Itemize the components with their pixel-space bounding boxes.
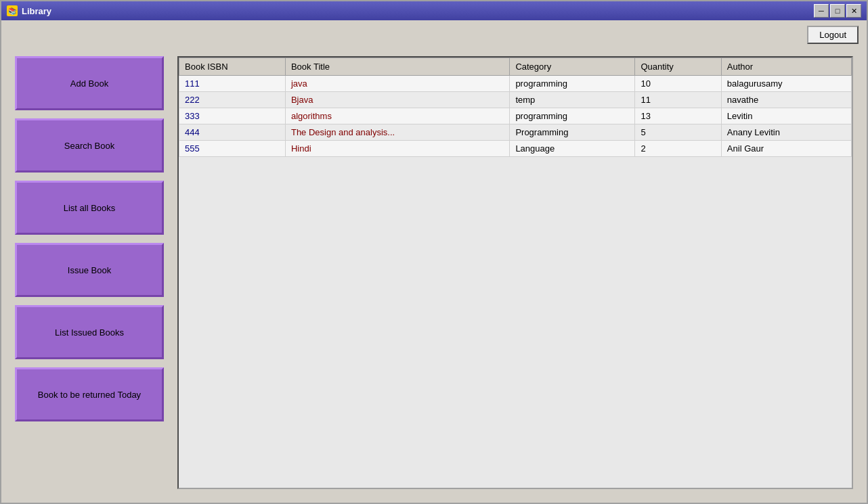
col-title: Book Title xyxy=(285,58,509,76)
table-row[interactable]: 333algorithmsprogramming13Levitin xyxy=(179,108,852,124)
cell-quantity: 13 xyxy=(635,108,721,124)
table-header-row: Book ISBN Book Title Category Quantity A… xyxy=(179,58,852,76)
add-book-button[interactable]: Add Book xyxy=(15,56,164,110)
cell-category: programming xyxy=(510,76,635,92)
cell-title: java xyxy=(285,76,509,92)
cell-author: Levitin xyxy=(721,108,851,124)
main-area: Add Book Search Book List all Books Issu… xyxy=(1,49,867,503)
search-book-button[interactable]: Search Book xyxy=(15,118,164,173)
cell-title: algorithms xyxy=(285,108,509,124)
table-row[interactable]: 222Bjavatemp11navathe xyxy=(179,92,852,108)
table-row[interactable]: 444The Design and analysis...Programming… xyxy=(179,124,852,141)
cell-title: Bjava xyxy=(285,92,509,108)
cell-isbn: 333 xyxy=(179,108,286,124)
close-button[interactable]: ✕ xyxy=(846,4,861,18)
list-issued-books-button[interactable]: List Issued Books xyxy=(15,305,164,359)
cell-category: programming xyxy=(510,108,635,124)
col-category: Category xyxy=(510,58,635,76)
content-area: Logout Add Book Search Book List all Boo… xyxy=(1,20,867,503)
books-table: Book ISBN Book Title Category Quantity A… xyxy=(179,58,852,157)
cell-isbn: 222 xyxy=(179,92,286,108)
cell-title: The Design and analysis... xyxy=(285,124,509,141)
cell-isbn: 111 xyxy=(179,76,286,92)
books-table-container[interactable]: Book ISBN Book Title Category Quantity A… xyxy=(177,56,853,489)
cell-quantity: 11 xyxy=(635,92,721,108)
cell-isbn: 555 xyxy=(179,141,286,157)
cell-author: balagurusamy xyxy=(721,76,851,92)
logout-button[interactable]: Logout xyxy=(807,26,859,44)
app-icon: 📚 xyxy=(7,5,18,16)
book-return-today-button[interactable]: Book to be returned Today xyxy=(15,367,164,421)
window-title: Library xyxy=(22,6,814,16)
title-bar: 📚 Library ─ □ ✕ xyxy=(1,1,867,20)
cell-category: temp xyxy=(510,92,635,108)
col-quantity: Quantity xyxy=(635,58,721,76)
table-row[interactable]: 555HindiLanguage2Anil Gaur xyxy=(179,141,852,157)
cell-category: Language xyxy=(510,141,635,157)
top-bar: Logout xyxy=(1,20,867,49)
cell-category: Programming xyxy=(510,124,635,141)
cell-isbn: 444 xyxy=(179,124,286,141)
cell-author: Anil Gaur xyxy=(721,141,851,157)
cell-quantity: 10 xyxy=(635,76,721,92)
cell-author: Anany Levitin xyxy=(721,124,851,141)
list-all-books-button[interactable]: List all Books xyxy=(15,181,164,235)
sidebar: Add Book Search Book List all Books Issu… xyxy=(15,49,164,489)
issue-book-button[interactable]: Issue Book xyxy=(15,243,164,297)
cell-quantity: 5 xyxy=(635,124,721,141)
cell-quantity: 2 xyxy=(635,141,721,157)
col-isbn: Book ISBN xyxy=(179,58,286,76)
cell-title: Hindi xyxy=(285,141,509,157)
minimize-button[interactable]: ─ xyxy=(814,4,829,18)
window-controls: ─ □ ✕ xyxy=(814,4,861,18)
col-author: Author xyxy=(721,58,851,76)
main-window: 📚 Library ─ □ ✕ Logout Add Book Search B… xyxy=(0,0,868,504)
maximize-button[interactable]: □ xyxy=(830,4,845,18)
cell-author: navathe xyxy=(721,92,851,108)
table-row[interactable]: 111javaprogramming10balagurusamy xyxy=(179,76,852,92)
